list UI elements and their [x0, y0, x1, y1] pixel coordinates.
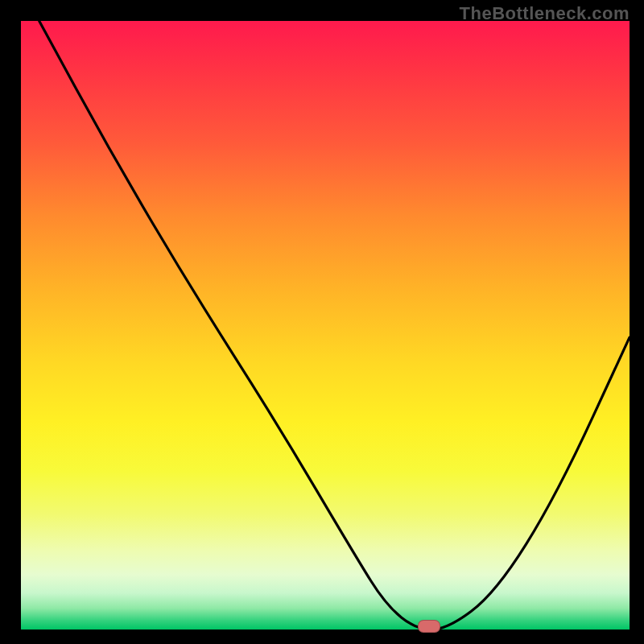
chart-frame: TheBottleneck.com [0, 0, 644, 644]
curve-svg [21, 21, 630, 630]
optimal-marker [418, 620, 440, 633]
plot-area [21, 21, 630, 630]
bottleneck-curve-path [39, 21, 630, 630]
